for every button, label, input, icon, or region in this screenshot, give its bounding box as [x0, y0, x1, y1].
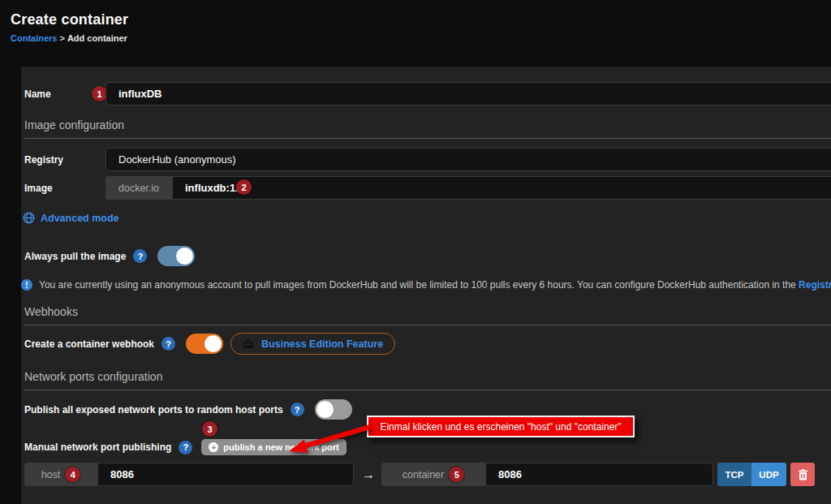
- publish-all-row: Publish all exposed network ports to ran…: [24, 399, 352, 420]
- section-network-ports: Network ports configuration: [24, 370, 831, 390]
- name-input[interactable]: [105, 82, 831, 106]
- help-icon[interactable]: ?: [133, 249, 147, 263]
- host-port-addon: host 4: [24, 463, 97, 486]
- create-webhook-toggle[interactable]: [186, 334, 223, 354]
- section-image-configuration: Image configuration: [24, 118, 831, 139]
- host-addon-label: host: [41, 469, 61, 480]
- always-pull-row: Always pull the image ?: [24, 246, 195, 266]
- globe-icon: [23, 212, 35, 224]
- breadcrumb: Containers>Add container: [11, 33, 127, 43]
- container-port-input[interactable]: [485, 463, 713, 486]
- host-port-input[interactable]: [97, 463, 354, 486]
- publish-all-label: Publish all exposed network ports to ran…: [24, 404, 283, 416]
- plus-circle-icon: +: [209, 442, 218, 452]
- name-label: Name: [24, 88, 51, 100]
- toggle-knob: [316, 401, 334, 418]
- udp-button[interactable]: UDP: [751, 463, 786, 486]
- always-pull-toggle[interactable]: [157, 246, 195, 266]
- step-badge-5: 5: [449, 467, 464, 482]
- toggle-knob: [205, 335, 222, 352]
- page-title: Create container: [11, 11, 128, 28]
- section-webhooks: Webhooks: [24, 305, 831, 325]
- container-port-addon: container 5: [381, 463, 485, 486]
- create-webhook-label: Create a container webhook: [24, 338, 154, 350]
- info-icon: !: [21, 279, 32, 291]
- image-registry-prefix: docker.io: [105, 176, 172, 200]
- step-badge-3: 3: [202, 421, 217, 437]
- breadcrumb-separator: >: [57, 33, 67, 43]
- container-addon-label: container: [403, 469, 444, 480]
- advanced-mode-link[interactable]: Advanced mode: [23, 212, 119, 224]
- annotation-arrow: [282, 419, 373, 458]
- business-edition-badge[interactable]: Business Edition Feature: [230, 333, 395, 355]
- registry-select[interactable]: DockerHub (anonymous): [105, 148, 831, 171]
- briefcase-icon: [243, 338, 254, 349]
- help-icon[interactable]: ?: [291, 403, 304, 416]
- image-input[interactable]: [172, 176, 831, 200]
- help-icon[interactable]: ?: [179, 441, 192, 454]
- trash-icon: [798, 469, 808, 480]
- arrow-right-icon: →: [357, 463, 380, 486]
- dockerhub-notice: ! You are currently using an anonymous a…: [21, 279, 831, 291]
- publish-all-toggle[interactable]: [315, 399, 352, 420]
- breadcrumb-containers-link[interactable]: Containers: [11, 33, 57, 43]
- step-badge-4: 4: [65, 467, 80, 482]
- step-badge-2: 2: [236, 179, 252, 195]
- registries-link[interactable]: Registries: [799, 279, 831, 291]
- breadcrumb-current: Add container: [67, 33, 127, 43]
- webhook-row: Create a container webhook ? Business Ed…: [24, 333, 395, 355]
- notice-text: You are currently using an anonymous acc…: [39, 279, 831, 291]
- help-icon[interactable]: ?: [161, 337, 175, 351]
- always-pull-label: Always pull the image: [24, 251, 126, 262]
- delete-port-button[interactable]: [790, 463, 815, 486]
- business-edition-label: Business Edition Feature: [261, 338, 383, 350]
- annotation-tooltip: Einmal klicken und es erscheinen "host" …: [367, 416, 635, 437]
- manual-port-label: Manual network port publishing: [24, 442, 171, 453]
- tcp-button[interactable]: TCP: [717, 463, 751, 486]
- advanced-mode-label: Advanced mode: [41, 213, 119, 224]
- toggle-knob: [176, 248, 193, 265]
- create-container-page: Create container Containers>Add containe…: [0, 0, 831, 504]
- registry-label: Registry: [24, 154, 63, 166]
- image-label: Image: [24, 183, 53, 194]
